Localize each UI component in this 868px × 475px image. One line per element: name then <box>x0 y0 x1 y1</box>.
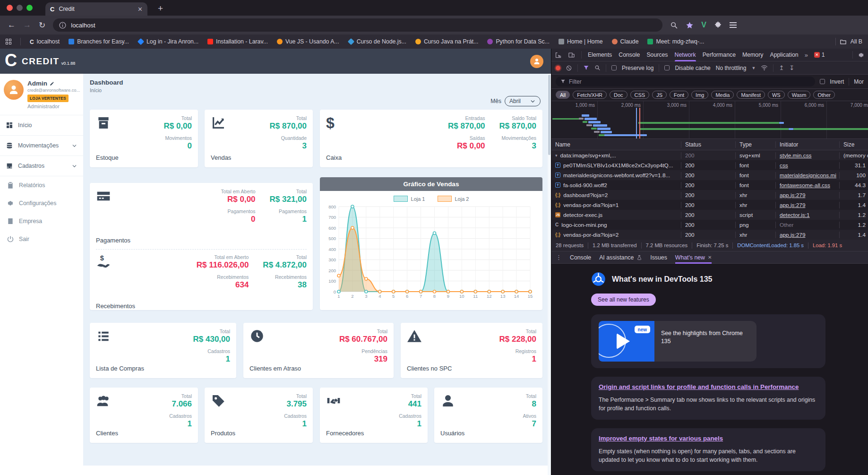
preserve-log-checkbox[interactable] <box>611 65 617 70</box>
disable-cache-checkbox[interactable] <box>664 65 670 70</box>
drawer-tab-ai-assistance[interactable]: AI assistance <box>599 251 642 264</box>
column-header-size[interactable]: Size <box>840 141 868 148</box>
bookmark-item[interactable]: Meet: mdg-zfwq-... <box>647 38 704 45</box>
devtools-tab-console[interactable]: Console <box>619 49 640 61</box>
bookmark-item[interactable]: Installation - Larav... <box>207 38 268 45</box>
address-bar[interactable]: localhost <box>53 18 662 32</box>
request-initiator[interactable]: detector.js:1 <box>776 212 840 218</box>
network-request-row[interactable]: Clogo-icon-mini.png200pngOther1.2 <box>551 220 868 230</box>
type-filter-js[interactable]: JS <box>652 91 667 99</box>
request-initiator[interactable]: css <box>776 162 840 169</box>
type-filter-manifest[interactable]: Manifest <box>737 91 765 99</box>
network-request-row[interactable]: {;}vendas-por-dia?loja=2200xhrapp.js:279… <box>551 230 868 240</box>
apps-grid-icon[interactable] <box>6 39 11 44</box>
network-request-row[interactable]: Tfa-solid-900.woff2200fontfontawesome-al… <box>551 180 868 190</box>
type-filter-doc[interactable]: Doc <box>610 91 627 99</box>
devtools-tab-application[interactable]: Application <box>770 49 798 61</box>
type-filter-css[interactable]: CSS <box>630 91 650 99</box>
edit-pencil-icon[interactable] <box>50 81 54 86</box>
error-badge[interactable]: ✕1 <box>814 52 825 58</box>
request-initiator[interactable]: app.js:279 <box>776 192 840 199</box>
network-conditions-icon[interactable] <box>761 64 768 71</box>
type-filter-ws[interactable]: WS <box>768 91 785 99</box>
inspect-element-icon[interactable] <box>555 52 562 59</box>
devtools-tab-performance[interactable]: Performance <box>703 49 736 61</box>
back-icon[interactable]: ← <box>8 20 16 30</box>
column-header-initiator[interactable]: Initiator <box>776 141 840 148</box>
devtools-tab-elements[interactable]: Elements <box>588 49 612 61</box>
feature-title-link[interactable]: Improved empty states for various panels <box>599 435 818 442</box>
sidebar-item-cadastros[interactable]: Cadastros <box>0 156 83 176</box>
bookmark-item[interactable]: Log in - Jira Anron... <box>138 38 198 45</box>
type-filter-fetch-xhr[interactable]: Fetch/XHR <box>573 91 607 99</box>
sidebar-item-inicio[interactable]: Início <box>0 115 83 136</box>
sidebar-item-empresa[interactable]: Empresa <box>0 212 83 230</box>
devtools-settings-gear-icon[interactable] <box>858 52 865 59</box>
bookmark-item[interactable]: Claude <box>612 38 639 45</box>
devtools-tab-memory[interactable]: Memory <box>742 49 763 61</box>
sidebar-item-relatorios[interactable]: Relatórios <box>0 176 83 194</box>
more-tabs-icon[interactable]: » <box>805 52 808 59</box>
drawer-tab-what-s-new[interactable]: What's new✕ <box>675 251 712 264</box>
bookmark-item[interactable]: Branches for Easy... <box>69 38 129 45</box>
bookmark-item[interactable]: Python for Data Sc... <box>487 38 549 45</box>
network-overview-timeline[interactable]: 1,000 ms2,000 ms3,000 ms4,000 ms5,000 ms… <box>551 101 868 139</box>
bookmark-item[interactable]: Curso de Node.js... <box>348 38 406 45</box>
maximize-window-button[interactable] <box>26 5 33 11</box>
record-network-log-button[interactable] <box>556 66 560 70</box>
search-network-icon[interactable] <box>594 65 601 71</box>
request-initiator[interactable]: app.js:279 <box>776 202 840 208</box>
reload-icon[interactable]: ↻ <box>39 20 45 30</box>
legend-item[interactable]: Loja 1 <box>394 196 425 202</box>
devtools-tab-network[interactable]: Network <box>675 49 696 61</box>
type-filter-other[interactable]: Other <box>813 91 835 99</box>
drawer-menu-kebab-icon[interactable]: ⋮ <box>556 254 562 261</box>
type-filter-font[interactable]: Font <box>670 91 688 99</box>
close-icon[interactable]: ✕ <box>708 255 712 260</box>
devtools-tab-sources[interactable]: Sources <box>646 49 668 61</box>
forward-icon[interactable]: → <box>23 20 31 30</box>
type-filter-media[interactable]: Media <box>711 91 734 99</box>
request-initiator[interactable]: materialdesignicons.mi <box>776 172 840 179</box>
main-scrollbar[interactable] <box>548 74 551 475</box>
search-icon[interactable] <box>670 21 678 29</box>
request-initiator[interactable]: fontawesome-all.css <box>776 182 840 189</box>
type-filter-img[interactable]: Img <box>691 91 708 99</box>
network-request-row[interactable]: Tmaterialdesignicons-webfont.woff2?v=1.8… <box>551 170 868 180</box>
browser-tab[interactable]: C Credit ✕ <box>45 2 147 16</box>
new-tab-button[interactable]: + <box>158 3 163 14</box>
sidebar-item-sair[interactable]: Sair <box>0 230 83 248</box>
all-bookmarks-button[interactable]: All B <box>851 38 862 45</box>
bookmark-star-icon[interactable] <box>686 21 694 29</box>
type-filter-wasm[interactable]: Wasm <box>788 91 811 99</box>
network-request-row[interactable]: ▾data:image/svg+xml,...200svg+xmlstyle.m… <box>551 150 868 160</box>
request-initiator[interactable]: app.js:279 <box>776 232 840 238</box>
bookmark-item[interactable]: Clocalhost <box>30 38 60 45</box>
invert-checkbox[interactable] <box>820 79 825 84</box>
network-request-row[interactable]: {;}dashboard?loja=2200xhrapp.js:2791.7 <box>551 190 868 200</box>
column-header-status[interactable]: Status <box>681 141 736 148</box>
legend-item[interactable]: Loja 2 <box>438 196 469 202</box>
header-user-avatar[interactable] <box>530 55 543 68</box>
see-all-features-button[interactable]: See all new features <box>591 294 656 306</box>
bookmark-item[interactable]: Vue JS - Usando A... <box>277 38 339 45</box>
sidebar-item-movimentacoes[interactable]: Movimentações <box>0 136 83 156</box>
filter-funnel-icon[interactable] <box>583 65 589 71</box>
extensions-puzzle-icon[interactable] <box>714 21 722 29</box>
column-header-type[interactable]: Type <box>736 141 776 148</box>
network-request-row[interactable]: Tpe0TMImSLYBIv1o4X1M8ce2xCx3yop4tQ...200… <box>551 160 868 170</box>
month-select[interactable]: Abril <box>505 96 541 106</box>
vue-devtools-extension-icon[interactable]: V <box>701 21 706 29</box>
clear-network-log-icon[interactable] <box>566 65 572 71</box>
minimize-window-button[interactable] <box>17 5 23 11</box>
export-har-icon[interactable]: ↧ <box>789 64 794 71</box>
device-toolbar-icon[interactable] <box>568 52 575 59</box>
sidebar-item-configuracoes[interactable]: Configurações <box>0 194 83 212</box>
highlight-video-thumbnail[interactable]: new <box>599 321 654 362</box>
throttling-select[interactable]: No throttling <box>716 65 747 71</box>
network-request-row[interactable]: JSdetector-exec.js200scriptdetector.js:1… <box>551 210 868 220</box>
filter-input[interactable]: Filter <box>556 77 815 86</box>
site-info-icon[interactable] <box>59 21 67 29</box>
feature-title-link[interactable]: Origin and script links for profile and … <box>599 383 818 390</box>
bookmark-item[interactable]: Curso Java na Prát... <box>415 38 479 45</box>
